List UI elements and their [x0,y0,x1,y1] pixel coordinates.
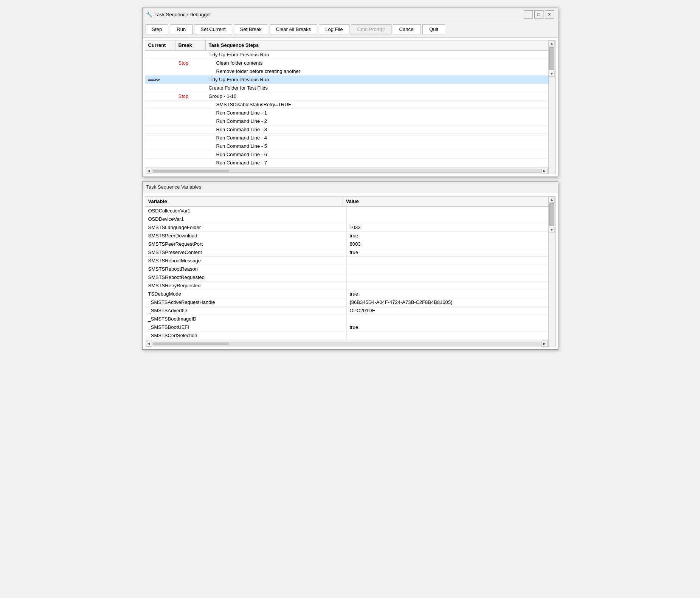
vars-hscroll-left-arrow[interactable]: ◀ [146,341,152,347]
maximize-button[interactable]: □ [534,10,543,19]
vars-row[interactable]: _SMSTSAdvertIDOPC201DF [145,307,548,315]
step-cell: Run Command Line - 3 [206,125,548,133]
table-row[interactable]: Run Command Line - 5 [145,142,548,150]
break-cell [175,67,206,75]
table-row[interactable]: ==>>Tidy Up From Previous Run [145,76,548,84]
col-current: Current [145,40,175,50]
vars-row[interactable]: SMSTSRebootRequested [145,273,548,282]
vars-row[interactable]: SMSTSLanguageFolder1033 [145,223,548,232]
table-row[interactable]: SMSTSDisableStatusRetry=TRUE [145,101,548,109]
variable-name-cell: OSDCollectionVar1 [145,207,347,215]
break-cell [175,125,206,133]
break-cell: Stop [175,59,206,67]
variable-name-cell: _SMSTSBootUEFI [145,323,347,331]
steps-hscrollbar[interactable]: ◀ ▶ [145,167,548,174]
variables-title: Task Sequence Variables [143,182,558,192]
current-cell [145,142,175,150]
variable-name-cell: _SMSTSBootImageID [145,315,347,323]
vars-hscrollbar-track[interactable] [152,342,542,345]
clear-all-breaks-button[interactable]: Clear All Breaks [270,24,317,34]
col-variable: Variable [145,197,343,206]
vars-table-wrap: Variable Value OSDCollectionVar1OSDDevic… [145,197,555,347]
cancel-button[interactable]: Cancel [393,24,421,34]
table-row[interactable]: Remove folder before creating another [145,67,548,76]
minimize-button[interactable]: — [524,10,533,19]
variable-name-cell: SMSTSLanguageFolder [145,223,347,231]
vars-vscroll-up-arrow[interactable]: ▲ [549,197,555,203]
run-button[interactable]: Run [170,24,192,34]
current-cell [145,101,175,108]
table-row[interactable]: StopClean folder contents [145,59,548,67]
step-button[interactable]: Step [146,24,169,34]
table-row[interactable]: Run Command Line - 6 [145,150,548,159]
current-cell [145,84,175,92]
step-cell: Remove folder before creating another [206,67,548,75]
variables-panel: Variable Value OSDCollectionVar1OSDDevic… [145,196,556,347]
variable-name-cell: SMSTSPeerDownload [145,232,347,240]
variable-value-cell: true [347,232,548,240]
table-row[interactable]: Run Command Line - 2 [145,117,548,125]
vars-row[interactable]: SMSTSPreserveContenttrue [145,248,548,257]
break-cell [175,84,206,92]
variable-value-cell [347,332,548,339]
variable-name-cell: SMSTSPreserveContent [145,248,347,256]
break-cell [175,117,206,125]
table-row[interactable]: Run Command Line - 1 [145,109,548,117]
vars-vscrollbar[interactable]: ▲ ▼ [548,197,555,347]
vars-row[interactable]: _SMSTSCertSelection [145,332,548,340]
variable-value-cell [347,315,548,323]
hscrollbar-track[interactable] [152,169,542,173]
table-row[interactable]: Tidy Up From Previous Run [145,51,548,59]
variable-name-cell: OSDDeviceVar1 [145,215,347,223]
variable-name-cell: TSDebugMode [145,290,347,298]
current-cell [145,150,175,158]
vars-hscrollbar[interactable]: ◀ ▶ [145,340,548,347]
break-cell [175,109,206,117]
step-cell: Run Command Line - 1 [206,109,548,117]
vars-row[interactable]: SMSTSPeerRequestPort8003 [145,240,548,248]
variable-name-cell: SMSTSRebootReason [145,265,347,273]
window-title: Task Sequence Debugger [155,12,211,17]
log-file-button[interactable]: Log File [319,24,349,34]
vscrollbar-thumb[interactable] [549,47,554,70]
table-row[interactable]: StopGroup - 1-10 [145,92,548,101]
hscrollbar-thumb [153,170,229,172]
variable-name-cell: SMSTSRetryRequested [145,282,347,290]
vars-row[interactable]: _SMSTSBootUEFItrue [145,323,548,332]
step-cell: Run Command Line - 4 [206,134,548,142]
table-row[interactable]: Run Command Line - 4 [145,134,548,142]
hscroll-right-arrow[interactable]: ▶ [542,168,548,174]
step-cell: Tidy Up From Previous Run [206,51,548,59]
vscroll-down-arrow[interactable]: ▼ [549,71,555,77]
current-cell: ==>> [145,76,175,84]
table-row[interactable]: Run Command Line - 3 [145,125,548,134]
current-cell [145,51,175,59]
vars-hscroll-right-arrow[interactable]: ▶ [542,341,548,347]
vars-row[interactable]: OSDCollectionVar1 [145,207,548,215]
vars-row[interactable]: _SMSTSActiveRequestHandle{86B345D4-A04F-… [145,298,548,307]
steps-vscrollbar[interactable]: ▲ ▼ [548,40,555,174]
debugger-window: 🔧 Task Sequence Debugger — □ ✕ StepRunSe… [142,8,558,177]
vars-row[interactable]: SMSTSPeerDownloadtrue [145,232,548,240]
vars-row[interactable]: TSDebugModetrue [145,290,548,298]
vars-row[interactable]: SMSTSRebootMessage [145,257,548,265]
vars-row[interactable]: SMSTSRebootReason [145,265,548,273]
vars-vscroll-down-arrow[interactable]: ▼ [549,227,555,233]
table-row[interactable]: Create Folder for Test Files [145,84,548,92]
table-row[interactable]: Run Command Line - 7 [145,159,548,167]
vars-vscrollbar-thumb[interactable] [549,203,554,226]
vscroll-up-arrow[interactable]: ▲ [549,40,555,46]
quit-button[interactable]: Quit [422,24,445,34]
step-cell: Run Command Line - 6 [206,150,548,158]
hscroll-left-arrow[interactable]: ◀ [146,168,152,174]
variable-name-cell: SMSTSRebootMessage [145,257,347,265]
vars-row[interactable]: _SMSTSBootImageID [145,315,548,323]
app-icon: 🔧 [146,11,152,17]
set-break-button[interactable]: Set Break [234,24,268,34]
vars-row[interactable]: OSDDeviceVar1 [145,215,548,223]
vars-row[interactable]: SMSTSRetryRequested [145,282,548,290]
step-cell: Run Command Line - 5 [206,142,548,150]
set-current-button[interactable]: Set Current [194,24,232,34]
variable-value-cell [347,273,548,281]
close-button[interactable]: ✕ [545,10,554,19]
